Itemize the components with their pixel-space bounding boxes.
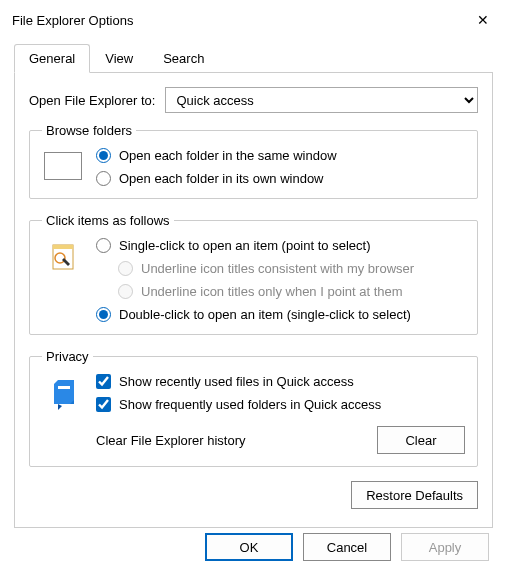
open-to-label: Open File Explorer to: [29, 93, 155, 108]
tab-search[interactable]: Search [148, 44, 219, 73]
radio-own-window-input[interactable] [96, 171, 111, 186]
click-icon [48, 242, 80, 274]
group-browse-folders: Browse folders Open each folder in the s… [29, 123, 478, 199]
browse-legend: Browse folders [42, 123, 136, 138]
radio-same-window[interactable]: Open each folder in the same window [96, 148, 337, 163]
close-icon[interactable]: ✕ [469, 8, 497, 32]
privacy-icon [48, 378, 80, 410]
dialog-buttons: OK Cancel Apply [205, 533, 489, 561]
cancel-button[interactable]: Cancel [303, 533, 391, 561]
radio-underline-browser-label: Underline icon titles consistent with my… [141, 261, 414, 276]
svg-marker-4 [54, 380, 74, 404]
radio-underline-point-input [118, 284, 133, 299]
open-to-select[interactable]: Quick access [165, 87, 478, 113]
clear-history-label: Clear File Explorer history [96, 433, 246, 448]
radio-single-click[interactable]: Single-click to open an item (point to s… [96, 238, 414, 253]
radio-same-window-label: Open each folder in the same window [119, 148, 337, 163]
check-recent-files-label: Show recently used files in Quick access [119, 374, 354, 389]
tab-panel-general: Open File Explorer to: Quick access Brow… [14, 72, 493, 528]
svg-marker-5 [58, 404, 62, 410]
clear-button[interactable]: Clear [377, 426, 465, 454]
radio-own-window-label: Open each folder in its own window [119, 171, 324, 186]
check-recent-files-input[interactable] [96, 374, 111, 389]
radio-underline-browser: Underline icon titles consistent with my… [118, 261, 414, 276]
window-title: File Explorer Options [12, 13, 133, 28]
radio-single-click-input[interactable] [96, 238, 111, 253]
radio-underline-point-label: Underline icon titles only when I point … [141, 284, 403, 299]
check-frequent-folders-input[interactable] [96, 397, 111, 412]
svg-rect-6 [58, 386, 70, 389]
radio-same-window-input[interactable] [96, 148, 111, 163]
check-frequent-folders-label: Show frequently used folders in Quick ac… [119, 397, 381, 412]
privacy-legend: Privacy [42, 349, 93, 364]
group-click-items: Click items as follows Single-click to o… [29, 213, 478, 335]
restore-defaults-button[interactable]: Restore Defaults [351, 481, 478, 509]
radio-double-click-input[interactable] [96, 307, 111, 322]
tab-general[interactable]: General [14, 44, 90, 73]
click-legend: Click items as follows [42, 213, 174, 228]
radio-double-click-label: Double-click to open an item (single-cli… [119, 307, 411, 322]
radio-underline-point: Underline icon titles only when I point … [118, 284, 414, 299]
folder-window-icon [44, 152, 82, 180]
svg-rect-1 [53, 245, 73, 249]
group-privacy: Privacy Show recently used files in Quic… [29, 349, 478, 467]
radio-own-window[interactable]: Open each folder in its own window [96, 171, 337, 186]
radio-double-click[interactable]: Double-click to open an item (single-cli… [96, 307, 414, 322]
tabstrip: General View Search [0, 44, 507, 73]
check-frequent-folders[interactable]: Show frequently used folders in Quick ac… [96, 397, 465, 412]
titlebar: File Explorer Options ✕ [0, 0, 507, 40]
check-recent-files[interactable]: Show recently used files in Quick access [96, 374, 465, 389]
radio-underline-browser-input [118, 261, 133, 276]
ok-button[interactable]: OK [205, 533, 293, 561]
tab-view[interactable]: View [90, 44, 148, 73]
radio-single-click-label: Single-click to open an item (point to s… [119, 238, 370, 253]
apply-button[interactable]: Apply [401, 533, 489, 561]
